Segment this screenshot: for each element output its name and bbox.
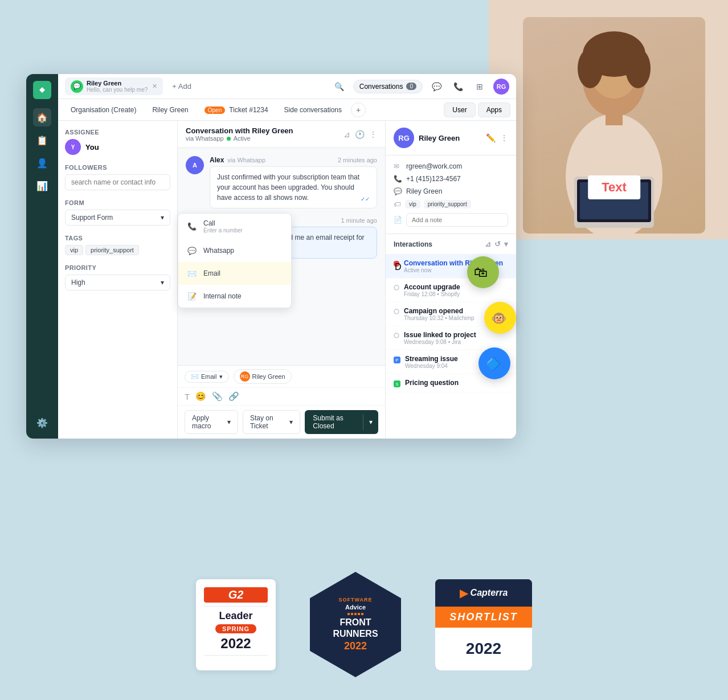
add-tab-plus[interactable]: + (351, 103, 366, 117)
assignee-section: Assignee Y You (65, 129, 170, 155)
org-tab[interactable]: Organisation (Create) (64, 103, 143, 117)
conversations-button[interactable]: Conversations 0 (353, 80, 423, 93)
apps-btn[interactable]: Apps (478, 103, 510, 117)
cap-arrow: ▶ (460, 586, 468, 600)
tab-user-name: Riley Green Hello, can you help me? (87, 80, 148, 93)
person-photo: Text (523, 17, 705, 234)
link-icon[interactable]: 🔗 (228, 391, 239, 402)
macro-label: Apply macro (192, 414, 224, 430)
channel-dropdown: 📞 Call Enter a number 💬 Whatsapp ✉️ Emai… (178, 213, 292, 308)
recipient-chip[interactable]: RG Riley Green (234, 369, 292, 384)
submit-main[interactable]: Submit as Closed (305, 410, 363, 434)
text-format-icon[interactable]: T (185, 392, 190, 402)
svg-point-4 (625, 48, 651, 88)
dropdown-call[interactable]: 📞 Call Enter a number (178, 214, 291, 239)
interactions-title: Interactions (394, 240, 432, 248)
chevron-down-icon: ▾ (161, 279, 164, 286)
cap-year: 2022 (435, 628, 532, 670)
email-chip[interactable]: ✉️ Email ▾ (185, 371, 229, 383)
dropdown-internal-note[interactable]: 📝 Internal note (178, 285, 291, 308)
email-icon: ✉ (394, 162, 402, 170)
refresh-icon[interactable]: ↺ (494, 240, 501, 248)
svg-rect-6 (606, 103, 623, 125)
submit-arrow[interactable]: ▾ (363, 414, 378, 430)
alex-via: via Whatsapp (227, 157, 265, 163)
filter-icon[interactable]: ⊿ (343, 130, 350, 139)
sidebar-contacts-icon[interactable]: 👤 (33, 154, 51, 172)
email-label: Email (203, 269, 220, 277)
chat-icon[interactable]: 💬 (428, 79, 444, 95)
more-icon[interactable]: ⋮ (500, 133, 508, 142)
dropdown-email[interactable]: ✉️ Email (178, 262, 291, 285)
g2-brand: G2 (204, 587, 268, 603)
more-icon[interactable]: ⋮ (369, 130, 377, 139)
int-dot-2 (394, 309, 399, 314)
assignee-value: You (85, 143, 99, 152)
mailchimp-float-icon: 🐵 (484, 302, 516, 334)
email-chip-icon: ✉️ (191, 373, 199, 380)
tag-icon: 🏷 (394, 200, 402, 208)
ticket-number: Ticket #1234 (229, 106, 268, 114)
interaction-account-upgrade[interactable]: Account upgrade Friday 12:08 • Shopify (386, 279, 516, 302)
stay-on-ticket-button[interactable]: Stay on Ticket ▾ (243, 410, 300, 434)
search-icon[interactable]: 🔍 (332, 79, 347, 95)
stay-chevron: ▾ (289, 418, 293, 426)
note-icon: 📝 (186, 290, 198, 302)
followers-section: Followers (65, 164, 170, 190)
apply-macro-button[interactable]: Apply macro ▾ (185, 410, 238, 434)
alex-time: 2 minutes ago (338, 157, 377, 163)
user-tag-vip[interactable]: vip (405, 200, 420, 208)
top-bar: 💬 Riley Green Hello, can you help me? ✕ … (58, 74, 516, 99)
user-btn[interactable]: User (444, 103, 475, 117)
conv-actions: ⊿ 🕐 ⋮ (343, 130, 377, 139)
sidebar-settings-icon[interactable]: ⚙️ (33, 414, 51, 432)
add-tab-button[interactable]: + Add (167, 82, 196, 91)
sa-advice-text: Advice (345, 604, 366, 611)
email-chip-label: Email (201, 373, 217, 380)
sidebar-reports-icon[interactable]: 📊 (33, 177, 51, 195)
note-row: 📄 (394, 213, 508, 227)
chevron-down-icon[interactable]: ▾ (504, 240, 508, 248)
g2-year: 2022 (220, 636, 251, 652)
tag-priority[interactable]: priority_support (85, 245, 139, 255)
history-icon[interactable]: 🕐 (355, 130, 365, 139)
int-content-5: Pricing question (405, 379, 508, 387)
user-display-name: Riley Green (419, 134, 460, 142)
reply-area: ✉️ Email ▾ RG Riley Green T 😊 📎 � (178, 365, 385, 439)
grid-icon[interactable]: ⊞ (472, 79, 488, 95)
followers-input[interactable] (65, 174, 170, 190)
note-input[interactable] (406, 213, 508, 227)
user-header: RG Riley Green ✏️ ⋮ (386, 121, 516, 155)
sidebar-home-icon[interactable]: 🏠 (33, 108, 51, 126)
edit-icon[interactable]: ✏️ (486, 133, 496, 142)
capterra-badge: ▶ Capterra SHORTLIST 2022 (435, 579, 532, 670)
sidebar-logo[interactable] (33, 81, 51, 99)
g2-divider (204, 606, 268, 607)
phone-row: 📞 +1 (415)123-4567 (394, 175, 508, 183)
priority-select[interactable]: High ▾ (65, 275, 170, 290)
filter-icon[interactable]: ⊿ (485, 240, 491, 248)
sa-year: 2022 (344, 640, 367, 652)
user-tab[interactable]: Riley Green (145, 103, 195, 117)
user-avatar-btn[interactable]: RG (493, 79, 509, 95)
cap-top: ▶ Capterra (435, 579, 532, 607)
g2-season-label: SPRING (215, 624, 256, 633)
tag-vip[interactable]: vip (65, 245, 83, 255)
form-value: Support Form (71, 214, 113, 222)
attachment-icon[interactable]: 📎 (212, 391, 223, 402)
emoji-icon[interactable]: 😊 (195, 391, 206, 402)
interactions-header: Interactions ⊿ ↺ ▾ (386, 234, 516, 255)
conv-subtitle: via Whatsapp Active (186, 135, 293, 142)
tab-riley-green[interactable]: 💬 Riley Green Hello, can you help me? ✕ (65, 77, 163, 95)
form-select[interactable]: Support Form ▾ (65, 210, 170, 226)
user-tag-priority[interactable]: priority_support (424, 200, 471, 208)
ticket-tab[interactable]: Open Ticket #1234 (198, 103, 275, 117)
dropdown-whatsapp[interactable]: 💬 Whatsapp (178, 239, 291, 262)
check-icon: ✓✓ (361, 195, 370, 203)
sidebar-inbox-icon[interactable]: 📋 (33, 131, 51, 149)
tab-close-icon[interactable]: ✕ (152, 83, 157, 90)
submit-button[interactable]: Submit as Closed ▾ (305, 410, 378, 434)
side-conv-tab[interactable]: Side conversations (277, 103, 349, 117)
phone-icon[interactable]: 📞 (450, 79, 466, 95)
capterra-logo: ▶ Capterra (460, 586, 508, 600)
